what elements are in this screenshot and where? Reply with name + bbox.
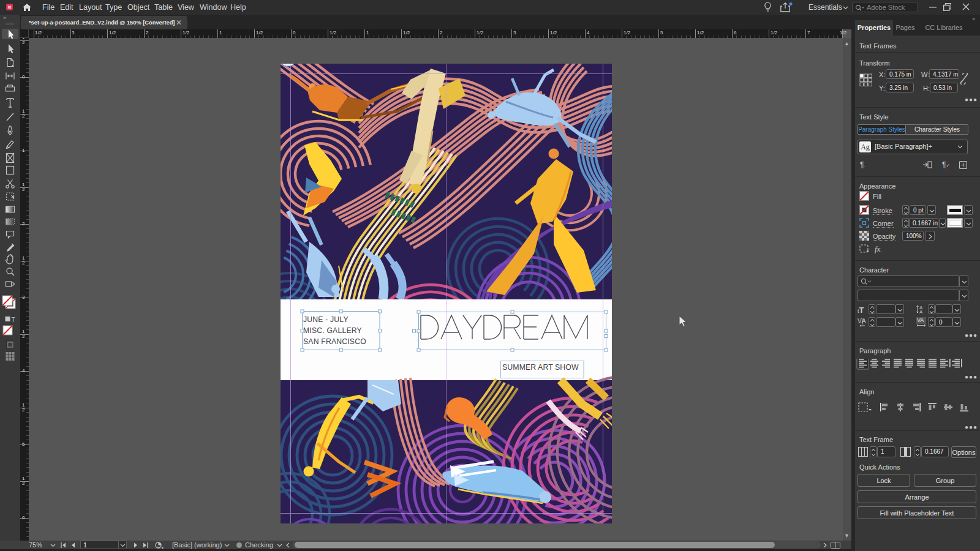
svg-text:»: »: [3, 15, 6, 21]
svg-text:MISC. GALLERY: MISC. GALLERY: [303, 326, 362, 335]
svg-text:T: T: [12, 317, 15, 323]
svg-text:SUMMER ART SHOW: SUMMER ART SHOW: [502, 363, 579, 372]
svg-text:A: A: [919, 309, 923, 314]
svg-text:JUNE - JULY: JUNE - JULY: [303, 315, 349, 324]
svg-text:V: V: [858, 318, 862, 324]
svg-text:SAN FRANCISCO: SAN FRANCISCO: [303, 337, 366, 346]
